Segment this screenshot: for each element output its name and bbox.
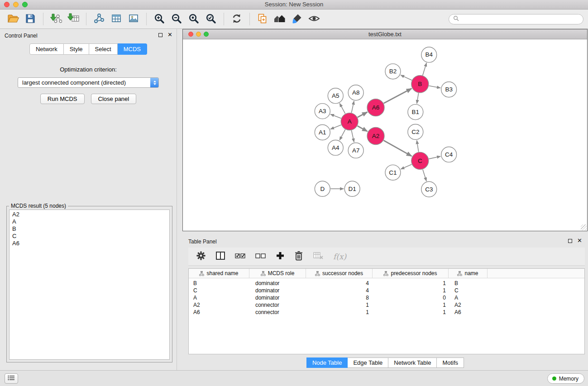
style-tool-button[interactable]: [288, 11, 306, 27]
table-row[interactable]: Cdominator41C: [189, 287, 584, 294]
graph-edge-A-A8[interactable]: [351, 101, 354, 113]
new-network-button[interactable]: [91, 11, 108, 27]
float-table-panel-icon[interactable]: [568, 239, 572, 243]
network-window-titlebar[interactable]: testGlobe.txt: [183, 29, 587, 39]
add-column-button[interactable]: [276, 251, 285, 262]
mcds-result-item[interactable]: C: [10, 233, 169, 240]
home-view-button[interactable]: [271, 11, 288, 27]
tab-select[interactable]: Select: [89, 43, 118, 55]
graph-edge-B-B3[interactable]: [429, 86, 440, 88]
close-window-button[interactable]: [4, 2, 10, 7]
tab-style[interactable]: Style: [64, 43, 89, 55]
graph-node-C2[interactable]: C2: [408, 124, 423, 140]
column-header-shared-name[interactable]: shared name: [189, 269, 249, 278]
network-canvas[interactable]: B4B2BB3B1A5A8A6A3AA1A2A4A7C2C4CC1C3DD1: [183, 40, 587, 231]
run-mcds-button[interactable]: Run MCDS: [40, 94, 85, 104]
graph-node-C4[interactable]: C4: [441, 147, 457, 162]
search-input[interactable]: [461, 16, 579, 23]
float-panel-icon[interactable]: [158, 33, 163, 37]
close-table-panel-icon[interactable]: ✕: [577, 238, 582, 243]
close-panel-button[interactable]: Close panel: [91, 94, 137, 104]
graph-edge-A-A1[interactable]: [330, 125, 341, 129]
graph-node-A8[interactable]: A8: [348, 85, 363, 100]
table-row[interactable]: A2connector11A2: [189, 301, 584, 309]
import-table-file-button[interactable]: [65, 11, 82, 27]
table-settings-button[interactable]: [196, 251, 206, 262]
window-resize-grip[interactable]: [581, 224, 587, 230]
tab-motifs[interactable]: Motifs: [437, 357, 464, 368]
graph-edge-B-B2[interactable]: [401, 75, 412, 80]
graph-node-A4[interactable]: A4: [328, 140, 343, 155]
table-row[interactable]: Adominator80A: [189, 294, 584, 301]
graph-node-D1[interactable]: D1: [344, 181, 360, 196]
minimize-window-button[interactable]: [13, 2, 19, 7]
mcds-result-item[interactable]: A2: [10, 211, 169, 218]
graph-node-B3[interactable]: B3: [441, 82, 457, 97]
graph-node-A6[interactable]: A6: [367, 99, 384, 116]
choose-columns-button[interactable]: [215, 251, 225, 262]
close-panel-icon[interactable]: ✕: [167, 33, 172, 37]
graph-node-B2[interactable]: B2: [385, 64, 401, 79]
graph-node-A1[interactable]: A1: [315, 125, 330, 140]
column-header-name[interactable]: name: [449, 269, 488, 278]
import-network-file-button[interactable]: [48, 11, 65, 27]
graph-node-C3[interactable]: C3: [421, 181, 437, 197]
graph-edge-A2-C[interactable]: [383, 140, 411, 156]
export-image-button[interactable]: [125, 11, 142, 27]
mcds-result-item[interactable]: B: [10, 225, 169, 233]
mcds-result-item[interactable]: A6: [10, 240, 169, 247]
mcds-result-list[interactable]: A2ABCA6: [9, 210, 170, 360]
memory-button[interactable]: Memory: [547, 373, 584, 384]
graph-edge-C-C1[interactable]: [401, 164, 411, 169]
refresh-view-button[interactable]: [228, 11, 245, 27]
zoom-out-button[interactable]: [168, 11, 185, 27]
graph-node-B1[interactable]: B1: [408, 105, 423, 120]
toggle-visibility-button[interactable]: [306, 11, 323, 27]
graph-edge-A-A6[interactable]: [358, 112, 368, 118]
graph-node-C1[interactable]: C1: [385, 165, 401, 180]
network-close-button[interactable]: [188, 32, 193, 37]
search-field[interactable]: [449, 14, 583, 24]
function-builder-button[interactable]: f(x): [333, 252, 346, 261]
graph-edge-C-C4[interactable]: [429, 156, 440, 159]
graph-edge-A-A2[interactable]: [358, 126, 368, 131]
table-row[interactable]: A6connector11A6: [189, 309, 584, 316]
zoom-fit-button[interactable]: [185, 11, 202, 27]
column-header-successor-nodes[interactable]: successor nodes: [306, 269, 373, 278]
graph-edge-A-A5[interactable]: [339, 103, 345, 114]
network-zoom-button[interactable]: [204, 32, 209, 37]
network-graph[interactable]: B4B2BB3B1A5A8A6A3AA1A2A4A7C2C4CC1C3DD1: [183, 40, 587, 231]
zoom-selected-button[interactable]: [202, 11, 220, 27]
criterion-dropdown[interactable]: largest connected component (directed): [18, 77, 159, 88]
deselect-all-button[interactable]: [255, 252, 266, 261]
column-header-predecessor-nodes[interactable]: predecessor nodes: [373, 269, 449, 278]
column-header-mcds-role[interactable]: MCDS role: [249, 269, 306, 278]
zoom-in-button[interactable]: [151, 11, 168, 27]
graph-node-A7[interactable]: A7: [348, 143, 363, 158]
select-all-button[interactable]: [235, 252, 246, 261]
save-session-button[interactable]: [22, 11, 39, 27]
graph-node-B[interactable]: B: [411, 76, 429, 93]
network-minimize-button[interactable]: [196, 32, 201, 37]
tab-mcds[interactable]: MCDS: [118, 43, 147, 55]
graph-edge-C-C2[interactable]: [417, 140, 419, 152]
mcds-result-item[interactable]: A: [10, 218, 169, 225]
graph-node-A5[interactable]: A5: [328, 88, 343, 104]
graph-node-B4[interactable]: B4: [421, 47, 437, 62]
graph-edge-B-B4[interactable]: [423, 63, 427, 76]
table-row[interactable]: Bdominator41B: [189, 280, 584, 287]
graph-edge-A-A7[interactable]: [351, 130, 354, 142]
zoom-window-button[interactable]: [22, 2, 28, 7]
graph-edge-C-C3[interactable]: [423, 169, 426, 181]
graph-edge-A-A3[interactable]: [330, 114, 341, 118]
graph-edge-A-A4[interactable]: [339, 129, 345, 140]
open-file-button[interactable]: [5, 11, 22, 27]
tab-node-table[interactable]: Node Table: [306, 357, 348, 368]
graph-edge-A6-B[interactable]: [384, 89, 412, 104]
new-table-button[interactable]: [108, 11, 125, 27]
graph-edge-B-B1[interactable]: [417, 93, 419, 103]
graph-node-C[interactable]: C: [411, 152, 429, 169]
show-panels-button[interactable]: [5, 373, 18, 384]
copy-view-button[interactable]: [254, 11, 271, 27]
graph-node-D[interactable]: D: [315, 181, 330, 196]
